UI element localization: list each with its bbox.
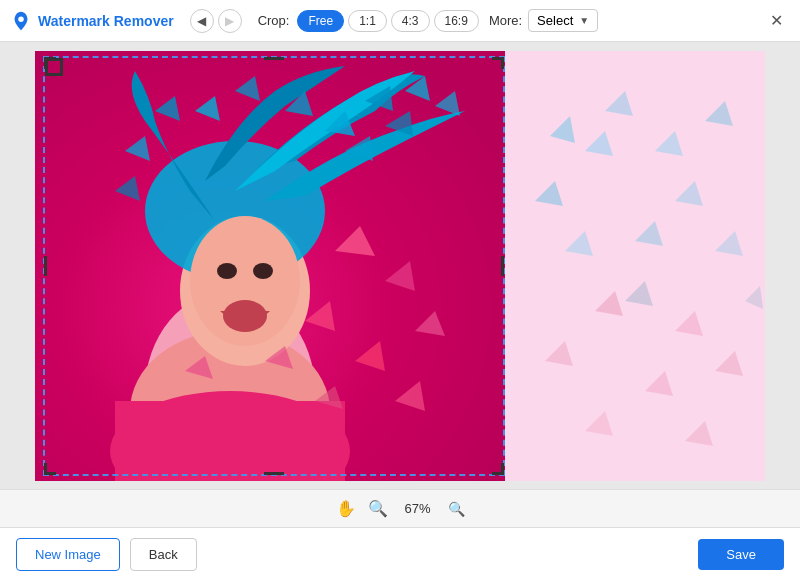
zoom-value: 67% xyxy=(400,501,436,516)
dropdown-arrow-icon: ▼ xyxy=(579,15,589,26)
close-button[interactable]: ✕ xyxy=(762,7,790,35)
select-dropdown[interactable]: Select ▼ xyxy=(528,9,598,32)
photo-svg xyxy=(35,51,505,481)
app-logo: Watermark Remover xyxy=(10,10,174,32)
svg-point-32 xyxy=(223,300,267,332)
image-container xyxy=(35,51,765,481)
app-title: Watermark Remover xyxy=(38,13,174,29)
zoom-out-icon[interactable]: 🔍 xyxy=(448,501,465,517)
crop-11-button[interactable]: 1:1 xyxy=(348,10,387,32)
back-button[interactable]: Back xyxy=(130,538,197,571)
zoom-in-icon[interactable]: 🔍 xyxy=(368,499,388,518)
more-section: More: Select ▼ xyxy=(489,9,598,32)
title-bar: Watermark Remover ◀ ▶ Crop: Free 1:1 4:3… xyxy=(0,0,800,42)
svg-rect-7 xyxy=(115,401,345,481)
svg-point-34 xyxy=(253,263,273,279)
bottom-bar: New Image Back Save xyxy=(0,527,800,581)
right-svg xyxy=(505,51,765,481)
save-button[interactable]: Save xyxy=(698,539,784,570)
crop-options: Free 1:1 4:3 16:9 xyxy=(297,10,478,32)
crop-label: Crop: xyxy=(258,13,290,28)
nav-buttons: ◀ ▶ xyxy=(190,9,242,33)
hand-tool-icon[interactable]: ✋ xyxy=(336,499,356,518)
photo-section xyxy=(35,51,505,481)
right-section xyxy=(505,51,765,481)
zoom-bar: ✋ 🔍 67% 🔍 xyxy=(0,489,800,527)
full-image xyxy=(35,51,765,481)
forward-nav-button[interactable]: ▶ xyxy=(218,9,242,33)
canvas-area xyxy=(0,42,800,489)
back-nav-button[interactable]: ◀ xyxy=(190,9,214,33)
new-image-button[interactable]: New Image xyxy=(16,538,120,571)
crop-free-button[interactable]: Free xyxy=(297,10,344,32)
svg-point-0 xyxy=(18,16,24,22)
close-icon: ✕ xyxy=(770,11,783,30)
select-label: Select xyxy=(537,13,573,28)
crop-43-button[interactable]: 4:3 xyxy=(391,10,430,32)
more-label: More: xyxy=(489,13,522,28)
app-logo-icon xyxy=(10,10,32,32)
svg-point-33 xyxy=(217,263,237,279)
crop-169-button[interactable]: 16:9 xyxy=(434,10,479,32)
